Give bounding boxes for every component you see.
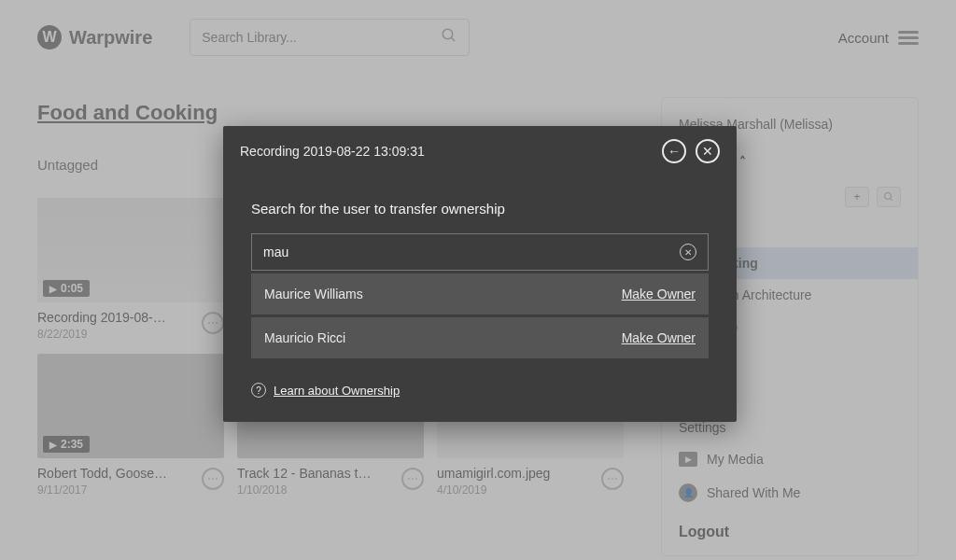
back-icon[interactable]: ← — [662, 139, 686, 163]
user-search[interactable]: ✕ — [251, 233, 709, 271]
learn-ownership-link[interactable]: Learn about Ownership — [274, 384, 400, 398]
user-name: Maurice Williams — [264, 287, 363, 301]
clear-icon[interactable]: ✕ — [680, 244, 696, 260]
user-search-input[interactable] — [263, 245, 680, 259]
make-owner-link[interactable]: Make Owner — [622, 287, 696, 301]
close-icon[interactable]: ✕ — [696, 139, 720, 163]
user-name: Mauricio Ricci — [264, 330, 345, 345]
modal-title: Recording 2019-08-22 13:09:31 — [240, 144, 425, 159]
transfer-ownership-modal: Recording 2019-08-22 13:09:31 ← ✕ Search… — [223, 126, 737, 422]
user-result[interactable]: Mauricio Ricci Make Owner — [251, 317, 709, 358]
user-result[interactable]: Maurice Williams Make Owner — [251, 273, 709, 315]
learn-link-row: ? Learn about Ownership — [251, 383, 709, 398]
modal-prompt: Search for the user to transfer ownershi… — [251, 201, 709, 217]
modal-header: Recording 2019-08-22 13:09:31 ← ✕ — [223, 126, 737, 176]
help-icon: ? — [251, 383, 266, 398]
make-owner-link[interactable]: Make Owner — [622, 330, 696, 345]
